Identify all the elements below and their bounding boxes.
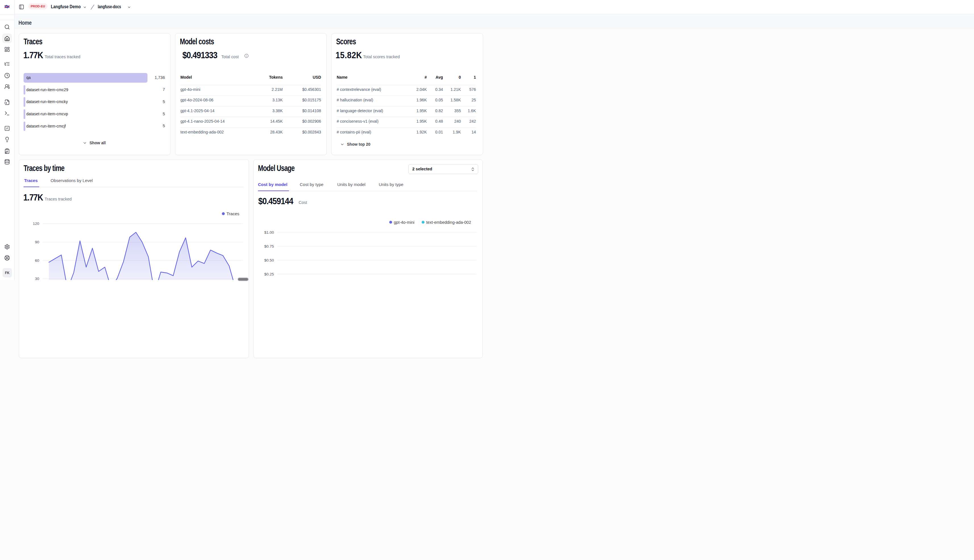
svg-text:60: 60 — [35, 258, 39, 263]
svg-text:text-embedding-ada-002: text-embedding-ada-002 — [426, 220, 471, 225]
svg-text:$0.50: $0.50 — [264, 258, 274, 262]
svg-text:120: 120 — [33, 222, 39, 226]
svg-text:$0.75: $0.75 — [264, 244, 274, 248]
svg-text:gpt-4o-mini: gpt-4o-mini — [394, 220, 414, 225]
svg-text:30: 30 — [35, 277, 39, 280]
svg-text:$1.00: $1.00 — [264, 230, 274, 235]
svg-text:90: 90 — [35, 240, 39, 244]
svg-text:$0.25: $0.25 — [264, 272, 274, 276]
svg-text:Traces: Traces — [226, 211, 239, 216]
